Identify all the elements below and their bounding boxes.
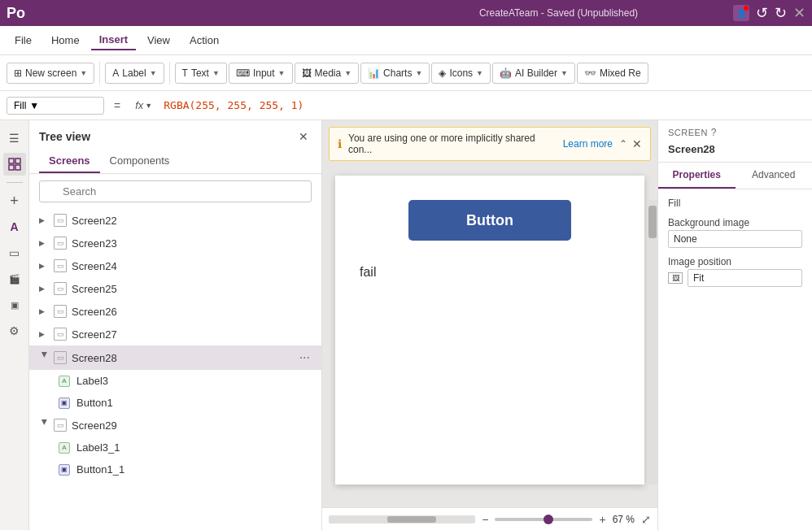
tree-item-label3[interactable]: A Label3: [29, 370, 321, 392]
svg-rect-1: [15, 159, 20, 163]
menu-file[interactable]: File: [7, 31, 40, 50]
zoom-percent: 67 %: [613, 514, 635, 525]
label-label: Label: [122, 67, 146, 79]
tab-components[interactable]: Components: [100, 150, 180, 173]
bg-image-value[interactable]: None: [668, 230, 802, 248]
expand-icon-25: ▶: [39, 285, 50, 293]
menu-home[interactable]: Home: [43, 31, 88, 50]
charts-button[interactable]: 📊 Charts ▼: [360, 63, 430, 84]
ai-builder-button[interactable]: 🤖 AI Builder ▼: [492, 63, 575, 84]
charts-caret: ▼: [415, 69, 422, 77]
zoom-in-button[interactable]: +: [596, 513, 609, 526]
new-screen-label: New screen: [25, 67, 76, 79]
tree-item-screen25[interactable]: ▶ ▭ Screen25: [29, 277, 321, 300]
learn-more-link[interactable]: Learn more: [563, 138, 613, 150]
fx-caret: ▼: [145, 102, 152, 110]
formula-input[interactable]: [164, 99, 805, 111]
tree-item-screen29[interactable]: ▶ ▭ Screen29: [29, 414, 321, 437]
menu-action[interactable]: Action: [181, 31, 227, 50]
undo-icon[interactable]: ↺: [756, 4, 768, 22]
media-icon: 🖼: [302, 67, 312, 79]
tree-item-screen22[interactable]: ▶ ▭ Screen22: [29, 209, 321, 232]
add-icon[interactable]: +: [3, 189, 26, 212]
screen22-label: Screen22: [72, 215, 312, 227]
zoom-out-button[interactable]: −: [478, 513, 491, 526]
toolbar: ⊞ New screen ▼ A Label ▼ T Text ▼ ⌨ Inpu…: [0, 55, 812, 91]
screen-help-icon[interactable]: ?: [711, 127, 717, 138]
screen-frame: Button fail: [335, 176, 644, 484]
settings-icon[interactable]: ⚙: [3, 319, 26, 342]
text-tool-icon[interactable]: A: [3, 215, 26, 238]
label-caret: ▼: [150, 69, 157, 77]
tree-item-label3-1[interactable]: A Label3_1: [29, 437, 321, 458]
screen28-label: Screen28: [72, 352, 295, 364]
canvas-wrapper: Button fail: [322, 167, 657, 507]
tree-item-screen26[interactable]: ▶ ▭ Screen26: [29, 300, 321, 323]
fx-button[interactable]: fx ▼: [130, 99, 157, 111]
right-panel: SCREEN ? Screen28 Properties Advanced Fi…: [657, 120, 812, 530]
svg-rect-3: [15, 165, 20, 170]
menu-view[interactable]: View: [139, 31, 178, 50]
fill-selector[interactable]: Fill ▼: [7, 97, 104, 115]
canvas-label: fail: [360, 265, 376, 280]
mixed-re-button[interactable]: 👓 Mixed Re: [577, 63, 648, 84]
tree-item-screen24[interactable]: ▶ ▭ Screen24: [29, 254, 321, 277]
horizontal-scrollbar[interactable]: [329, 515, 475, 523]
tab-advanced[interactable]: Advanced: [736, 163, 813, 189]
tree-item-screen23[interactable]: ▶ ▭ Screen23: [29, 232, 321, 254]
label-button[interactable]: A Label ▼: [105, 63, 164, 84]
screen28-more-button[interactable]: ···: [298, 350, 312, 365]
bg-image-value-row: None: [668, 230, 802, 248]
screens-icon[interactable]: [3, 153, 26, 176]
info-icon: ℹ: [338, 137, 342, 150]
image-position-property: Image position 🖼 Fit: [668, 256, 802, 287]
expand-icon-27: ▶: [39, 330, 50, 338]
input-button[interactable]: ⌨ Input ▼: [229, 63, 293, 84]
menu-insert[interactable]: Insert: [91, 30, 136, 50]
mixed-re-label: Mixed Re: [600, 67, 641, 79]
rectangle-icon[interactable]: ▭: [3, 241, 26, 264]
hamburger-icon[interactable]: ☰: [3, 127, 26, 150]
grid-icon[interactable]: ▣: [3, 293, 26, 316]
media-tool-icon[interactable]: 🎬: [3, 267, 26, 290]
screen-icon-24: ▭: [54, 259, 67, 272]
tree-close-button[interactable]: ✕: [295, 128, 312, 145]
image-position-value[interactable]: Fit: [688, 269, 802, 287]
label3-text: Label3: [76, 375, 312, 387]
media-button[interactable]: 🖼 Media ▼: [295, 63, 360, 84]
mixed-re-icon: 👓: [584, 67, 596, 79]
charts-label: Charts: [383, 67, 412, 79]
charts-icon: 📊: [368, 67, 380, 79]
fit-screen-button[interactable]: ⤢: [641, 513, 651, 526]
notification-close-button[interactable]: ✕: [632, 137, 642, 150]
tab-properties[interactable]: Properties: [658, 163, 736, 189]
screen25-label: Screen25: [72, 283, 312, 295]
search-input[interactable]: [39, 180, 312, 202]
screen-icon-28: ▭: [54, 351, 67, 364]
close-icon[interactable]: ✕: [793, 4, 805, 22]
main-content: ☰ + A ▭ 🎬 ▣ ⚙ Tree view ✕ Screens Compon…: [0, 120, 812, 530]
fill-property: Fill: [668, 198, 802, 209]
screen-icon-26: ▭: [54, 305, 67, 318]
vertical-scrollbar[interactable]: [648, 200, 657, 484]
zoom-slider[interactable]: [495, 518, 592, 521]
input-icon: ⌨: [236, 67, 250, 79]
screen-section-label: SCREEN: [668, 128, 708, 137]
tree-item-button1-1[interactable]: ▣ Button1_1: [29, 458, 321, 480]
text-button[interactable]: T Text ▼: [175, 63, 227, 84]
sep1: [99, 62, 100, 85]
new-screen-button[interactable]: ⊞ New screen ▼: [7, 63, 94, 84]
image-position-label: Image position: [668, 256, 802, 267]
scroll-thumb-h: [387, 516, 436, 523]
notification-text: You are using one or more implicitly sha…: [348, 132, 557, 155]
notification-collapse-button[interactable]: ⌃: [619, 138, 627, 150]
icons-caret: ▼: [476, 69, 483, 77]
tree-item-screen28[interactable]: ▶ ▭ Screen28 ···: [29, 345, 321, 370]
tree-panel: Tree view ✕ Screens Components 🔍 ▶ ▭ Scr…: [29, 120, 322, 530]
icons-button[interactable]: ◈ Icons ▼: [431, 63, 491, 84]
redo-icon[interactable]: ↻: [775, 4, 787, 22]
tree-item-screen27[interactable]: ▶ ▭ Screen27: [29, 323, 321, 345]
tree-item-button1[interactable]: ▣ Button1: [29, 392, 321, 414]
account-icon[interactable]: 👤: [733, 5, 749, 21]
tab-screens[interactable]: Screens: [39, 150, 100, 173]
